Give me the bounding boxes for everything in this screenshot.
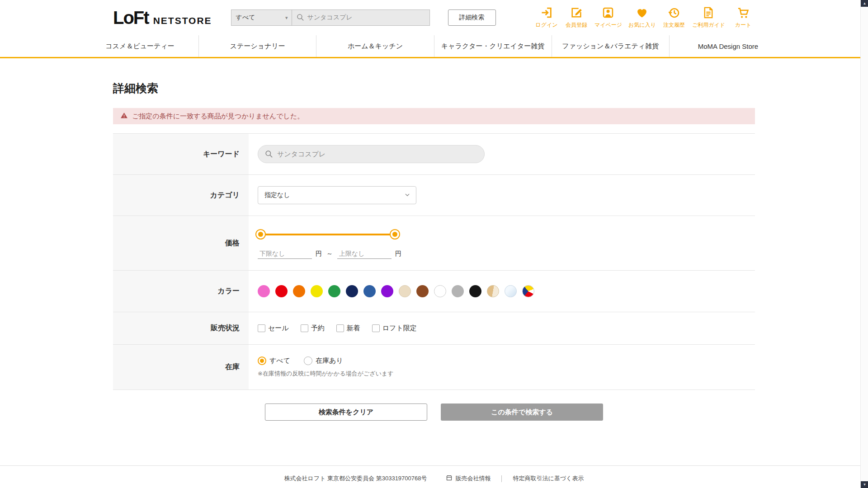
warning-icon bbox=[120, 112, 128, 121]
color-swatch-clear[interactable] bbox=[505, 285, 517, 297]
checkbox-loft-limited-box[interactable] bbox=[372, 324, 380, 332]
color-swatch-orange[interactable] bbox=[293, 285, 305, 297]
header-search-input[interactable] bbox=[292, 9, 430, 26]
alert-message: ご指定の条件に一致する商品が見つかりませんでした。 bbox=[132, 112, 304, 121]
price-min-unit: 円 bbox=[316, 250, 322, 258]
search-submit-button[interactable]: この条件で検索する bbox=[441, 404, 603, 421]
nav-item-fashion[interactable]: ファッション＆バラエティ雑貨 bbox=[552, 35, 669, 57]
scrollbar-up-arrow[interactable]: ▲ bbox=[861, 0, 868, 7]
checkbox-loft-limited[interactable]: ロフト限定 bbox=[372, 324, 417, 333]
nav-item-moma[interactable]: MoMA Design Store bbox=[669, 35, 787, 57]
nav-item-cosme[interactable]: コスメ＆ビューティー bbox=[81, 35, 198, 57]
sales-status-label: 販売状況 bbox=[113, 312, 249, 344]
category-row: カテゴリ 指定なし bbox=[113, 175, 755, 216]
search-icon bbox=[264, 150, 274, 160]
stock-radio-instock[interactable]: 在庫あり bbox=[304, 357, 343, 365]
color-row: カラー bbox=[113, 271, 755, 312]
price-slider-handle-max[interactable] bbox=[390, 229, 400, 239]
guide-icon bbox=[702, 6, 715, 21]
logo-netstore-text: NETSTORE bbox=[153, 15, 212, 26]
header-quick-links: ログイン 会員登録 マイページ お気に入り bbox=[535, 6, 755, 29]
history-icon bbox=[668, 6, 680, 21]
checkbox-sale-box[interactable] bbox=[258, 324, 265, 332]
mypage-link[interactable]: マイページ bbox=[594, 6, 622, 29]
stock-radio-all-dot[interactable] bbox=[258, 357, 266, 365]
stock-radio-all[interactable]: すべて bbox=[258, 357, 290, 365]
search-scope-select[interactable]: すべて ▾ bbox=[231, 9, 292, 26]
color-swatch-purple[interactable] bbox=[381, 285, 393, 297]
category-nav: コスメ＆ビューティー ステーショナリー ホーム＆キッチン キャラクター・クリエイ… bbox=[0, 35, 868, 58]
search-form: キーワード カテゴリ 指定なし bbox=[113, 133, 755, 390]
price-min-input[interactable] bbox=[258, 249, 312, 259]
nav-item-stationery[interactable]: ステーショナリー bbox=[198, 35, 316, 57]
color-swatch-gray[interactable] bbox=[452, 285, 464, 297]
price-range-slider bbox=[260, 229, 395, 239]
checkbox-new-box[interactable] bbox=[336, 324, 344, 332]
color-swatch-pink[interactable] bbox=[258, 285, 270, 297]
guide-link[interactable]: ご利用ガイド bbox=[692, 6, 725, 29]
stock-row: 在庫 すべて 在庫あり ※在庫情報の反映に時間がかかる場合がございます bbox=[113, 345, 755, 390]
footer-separator bbox=[501, 475, 502, 482]
footer-company-info-link[interactable]: 販売会社情報 bbox=[446, 474, 491, 483]
color-swatch-brown[interactable] bbox=[416, 285, 429, 297]
keyword-label: キーワード bbox=[113, 134, 249, 174]
search-icon bbox=[296, 13, 305, 23]
color-swatch-blue[interactable] bbox=[363, 285, 376, 297]
color-swatch-multi[interactable] bbox=[522, 285, 534, 297]
register-link[interactable]: 会員登録 bbox=[565, 6, 588, 29]
price-slider-handle-min[interactable] bbox=[255, 229, 266, 239]
main-content: 詳細検索 ご指定の条件に一致する商品が見つかりませんでした。 キーワード カテゴ… bbox=[113, 81, 755, 421]
cart-icon bbox=[737, 6, 750, 21]
category-select[interactable]: 指定なし bbox=[258, 186, 416, 204]
price-max-unit: 円 bbox=[395, 250, 401, 258]
checkbox-reserve[interactable]: 予約 bbox=[301, 324, 325, 333]
logo-loft-text: LoFt bbox=[113, 8, 149, 28]
color-swatch-row bbox=[258, 285, 534, 297]
order-history-link[interactable]: 注文履歴 bbox=[662, 6, 686, 29]
footer: 株式会社ロフト 東京都公安委員会 第303319700768号 販売会社情報 特… bbox=[0, 465, 868, 488]
color-swatch-black[interactable] bbox=[469, 285, 481, 297]
color-swatch-green[interactable] bbox=[328, 285, 340, 297]
category-label: カテゴリ bbox=[113, 175, 249, 216]
mypage-icon bbox=[602, 6, 614, 21]
price-tilde: ～ bbox=[326, 250, 333, 258]
heart-icon bbox=[636, 6, 648, 21]
footer-company-text: 株式会社ロフト 東京都公安委員会 第303319700768号 bbox=[284, 474, 427, 483]
stock-label: 在庫 bbox=[113, 345, 249, 389]
color-swatch-beige[interactable] bbox=[399, 285, 411, 297]
checkbox-new[interactable]: 新着 bbox=[336, 324, 360, 333]
keyword-row: キーワード bbox=[113, 134, 755, 175]
cart-link[interactable]: カート bbox=[731, 6, 755, 29]
login-icon bbox=[540, 6, 553, 21]
footer-tokutei-link[interactable]: 特定商取引法に基づく表示 bbox=[513, 474, 584, 483]
chevron-down-icon: ▾ bbox=[285, 15, 288, 21]
loft-logo[interactable]: LoFt NETSTORE bbox=[113, 8, 212, 28]
favorites-link[interactable]: お気に入り bbox=[628, 6, 656, 29]
price-slider-track bbox=[260, 234, 395, 235]
scrollbar-track[interactable]: ▲ ▼ bbox=[860, 0, 868, 488]
color-swatch-navy[interactable] bbox=[346, 285, 358, 297]
price-max-input[interactable] bbox=[337, 249, 392, 259]
price-row: 価格 円 ～ 円 bbox=[113, 216, 755, 271]
nav-item-home-kitchen[interactable]: ホーム＆キッチン bbox=[316, 35, 434, 57]
login-link[interactable]: ログイン bbox=[535, 6, 558, 29]
scrollbar-down-arrow[interactable]: ▼ bbox=[861, 481, 868, 488]
search-scope-value: すべて bbox=[236, 14, 255, 22]
advanced-search-button[interactable]: 詳細検索 bbox=[448, 9, 496, 26]
color-swatch-white[interactable] bbox=[434, 285, 446, 297]
color-label: カラー bbox=[113, 271, 249, 312]
register-icon bbox=[570, 6, 583, 21]
keyword-input[interactable] bbox=[258, 145, 485, 163]
color-swatch-gold[interactable] bbox=[487, 285, 499, 297]
header-search: すべて ▾ 詳細検索 bbox=[231, 9, 496, 26]
category-select-value: 指定なし bbox=[264, 191, 290, 199]
color-swatch-red[interactable] bbox=[275, 285, 288, 297]
checkbox-sale[interactable]: セール bbox=[258, 324, 289, 333]
nav-item-character[interactable]: キャラクター・クリエイター雑貨 bbox=[434, 35, 552, 57]
sales-status-row: 販売状況 セール 予約 新着 ロフト限定 bbox=[113, 312, 755, 345]
stock-radio-instock-dot[interactable] bbox=[304, 357, 312, 365]
color-swatch-yellow[interactable] bbox=[311, 285, 323, 297]
clear-conditions-button[interactable]: 検索条件をクリア bbox=[265, 404, 427, 421]
price-label: 価格 bbox=[113, 216, 249, 270]
checkbox-reserve-box[interactable] bbox=[301, 324, 308, 332]
